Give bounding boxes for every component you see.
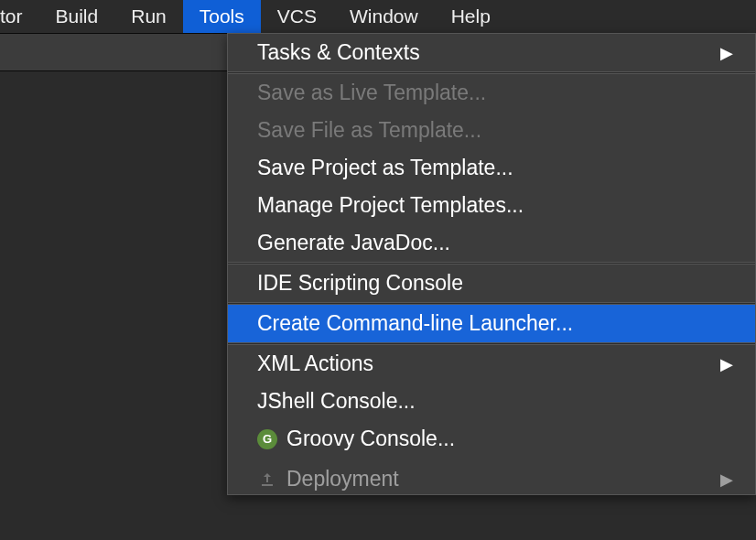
submenu-arrow-icon: ▶ <box>720 354 733 374</box>
menu-manage-project-templates[interactable]: Manage Project Templates... <box>228 187 755 224</box>
menu-item-label: JShell Console... <box>257 389 416 414</box>
menu-generate-javadoc[interactable]: Generate JavaDoc... <box>228 224 755 262</box>
menubar-item-window[interactable]: Window <box>333 0 435 33</box>
menu-item-label: Groovy Console... <box>286 427 455 451</box>
menu-xml-actions[interactable]: XML Actions ▶ <box>228 345 755 383</box>
menu-item-label: Save File as Template... <box>257 118 481 143</box>
submenu-arrow-icon: ▶ <box>720 470 733 490</box>
menu-item-label: XML Actions <box>257 351 373 376</box>
menu-create-commandline-launcher[interactable]: Create Command-line Launcher... <box>228 305 755 342</box>
submenu-arrow-icon: ▶ <box>720 43 733 63</box>
menu-item-label: Manage Project Templates... <box>257 193 524 218</box>
menubar-item-tools[interactable]: Tools <box>183 0 261 33</box>
menu-tasks-contexts[interactable]: Tasks & Contexts ▶ <box>228 34 755 71</box>
menubar-item-partial[interactable]: tor <box>0 0 39 33</box>
menu-item-label: Save Project as Template... <box>257 156 513 180</box>
menubar-item-vcs[interactable]: VCS <box>261 0 333 33</box>
deploy-icon <box>257 470 277 490</box>
menu-item-label: Tasks & Contexts <box>257 40 420 65</box>
menu-item-label: Deployment <box>286 467 399 491</box>
menu-item-label: Save as Live Template... <box>257 81 486 105</box>
menu-jshell-console[interactable]: JShell Console... <box>228 383 755 420</box>
menubar-item-run[interactable]: Run <box>114 0 183 33</box>
menu-ide-scripting-console[interactable]: IDE Scripting Console <box>228 265 755 302</box>
menu-item-label: Generate JavaDoc... <box>257 231 450 255</box>
menu-save-live-template: Save as Live Template... <box>228 74 755 112</box>
menubar: tor Build Run Tools VCS Window Help <box>0 0 756 33</box>
menubar-item-build[interactable]: Build <box>39 0 115 33</box>
menu-save-file-template: Save File as Template... <box>228 112 755 149</box>
groovy-icon: G <box>257 429 277 449</box>
menu-save-project-template[interactable]: Save Project as Template... <box>228 149 755 187</box>
menu-groovy-console[interactable]: G Groovy Console... <box>228 420 755 458</box>
menu-deployment[interactable]: Deployment ▶ <box>228 458 755 494</box>
menu-item-label: Create Command-line Launcher... <box>257 311 573 336</box>
menu-item-label: IDE Scripting Console <box>257 271 463 296</box>
menubar-item-help[interactable]: Help <box>435 0 507 33</box>
tools-dropdown: Tasks & Contexts ▶ Save as Live Template… <box>227 33 756 495</box>
